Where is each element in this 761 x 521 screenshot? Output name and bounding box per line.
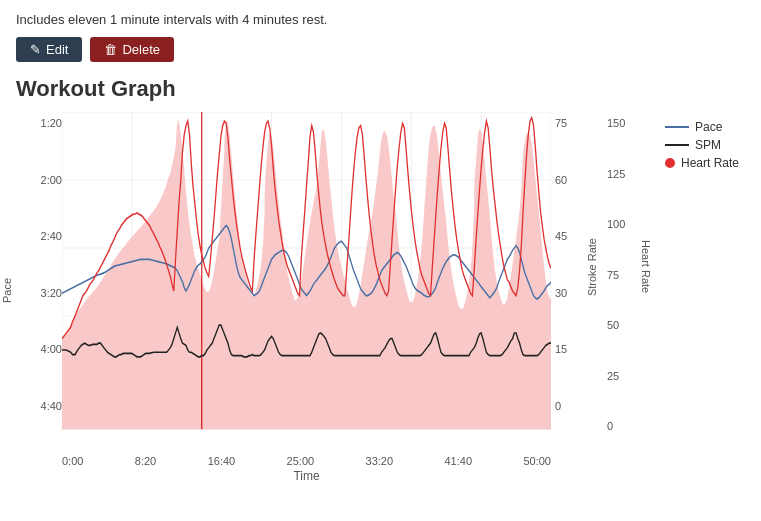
trash-icon: 🗑 (104, 42, 117, 57)
pace-line-icon (665, 126, 689, 128)
y-axis-heart-rate: 150 125 100 75 50 25 0 (601, 112, 637, 432)
legend: Pace SPM Heart Rate (655, 112, 745, 432)
legend-spm-label: SPM (695, 138, 721, 152)
chart-plot-area: 0:00 8:20 16:40 25:00 33:20 41:40 50:00 … (62, 112, 551, 483)
page-title: Workout Graph (16, 76, 745, 102)
toolbar: ✎ Edit 🗑 Delete (16, 37, 745, 62)
legend-heart-rate: Heart Rate (665, 156, 745, 170)
y-axis-left-label: Pace (1, 278, 13, 303)
stroke-rate-label-wrapper: Stroke Rate (583, 117, 601, 417)
heart-rate-label-wrapper: Heart Rate (637, 117, 655, 417)
legend-pace: Pace (665, 120, 745, 134)
chart-container: Pace 1:20 2:00 2:40 3:20 4:00 4:40 (16, 112, 745, 483)
edit-button[interactable]: ✎ Edit (16, 37, 82, 62)
y-axis-left: 1:20 2:00 2:40 3:20 4:00 4:40 (41, 112, 62, 432)
edit-icon: ✎ (30, 42, 41, 57)
legend-spm: SPM (665, 138, 745, 152)
legend-heart-rate-label: Heart Rate (681, 156, 739, 170)
right-panel: 75 60 45 30 15 0 Stroke Rate 150 125 100… (551, 112, 745, 432)
y-axis-stroke-rate: 75 60 45 30 15 0 (551, 112, 583, 432)
legend-pace-label: Pace (695, 120, 722, 134)
right-axes-row: 75 60 45 30 15 0 Stroke Rate 150 125 100… (551, 112, 745, 432)
delete-button[interactable]: 🗑 Delete (90, 37, 174, 62)
stroke-rate-label: Stroke Rate (586, 238, 598, 296)
chart-svg (62, 112, 551, 452)
spm-line-icon (665, 144, 689, 146)
heart-rate-dot-icon (665, 158, 675, 168)
heart-rate-label: Heart Rate (640, 240, 652, 293)
description: Includes eleven 1 minute intervals with … (16, 12, 745, 27)
x-axis-labels: 0:00 8:20 16:40 25:00 33:20 41:40 50:00 (62, 452, 551, 467)
x-axis-title: Time (62, 469, 551, 483)
